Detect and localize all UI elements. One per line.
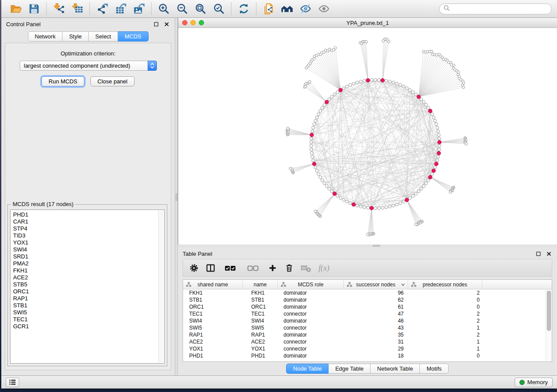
- open-session-button[interactable]: [7, 1, 25, 16]
- table-row[interactable]: RAP1RAP1dominator352: [183, 331, 552, 338]
- network-node[interactable]: [436, 54, 438, 56]
- zoom-out-button[interactable]: [173, 1, 191, 16]
- column-header-predecessor-nodes[interactable]: predecessor nodes: [408, 280, 482, 289]
- network-node-dominator[interactable]: [352, 203, 356, 206]
- network-node-dominator[interactable]: [429, 109, 432, 113]
- mcds-result-item[interactable]: STB5: [13, 281, 164, 288]
- network-node-dominator[interactable]: [325, 100, 329, 104]
- network-node[interactable]: [434, 166, 437, 169]
- network-node[interactable]: [425, 103, 428, 107]
- network-node-dominator[interactable]: [438, 141, 442, 144]
- network-node[interactable]: [374, 79, 377, 82]
- network-node[interactable]: [412, 195, 415, 198]
- mcds-result-item[interactable]: RAP1: [13, 295, 164, 302]
- network-node[interactable]: [434, 119, 437, 122]
- network-node[interactable]: [436, 159, 439, 162]
- network-graph[interactable]: [178, 28, 557, 244]
- zoom-fit-content-button[interactable]: [191, 1, 210, 16]
- network-node[interactable]: [363, 206, 366, 209]
- zoom-in-button[interactable]: [155, 1, 173, 16]
- network-node[interactable]: [405, 87, 408, 90]
- network-node[interactable]: [317, 113, 320, 116]
- network-node[interactable]: [311, 130, 314, 133]
- first-neighbors-of-selected-nodes-button[interactable]: [278, 1, 296, 16]
- table-scrollbar[interactable]: [546, 289, 552, 361]
- tab-node-table[interactable]: Node Table: [286, 364, 329, 374]
- float-table-panel-icon[interactable]: [535, 251, 542, 257]
- network-canvas[interactable]: [178, 28, 557, 244]
- network-node-dominator[interactable]: [405, 198, 409, 202]
- import-network-from-file-button[interactable]: [50, 1, 68, 16]
- network-node[interactable]: [449, 191, 452, 193]
- table-row[interactable]: YOX1YOX1connector291: [183, 345, 552, 352]
- network-node[interactable]: [399, 202, 402, 205]
- network-node[interactable]: [359, 80, 362, 83]
- network-node[interactable]: [430, 50, 433, 53]
- close-table-panel-icon[interactable]: [546, 251, 552, 257]
- memory-button[interactable]: Memory: [515, 378, 553, 387]
- network-node[interactable]: [453, 64, 455, 67]
- network-node[interactable]: [287, 127, 289, 130]
- network-node[interactable]: [438, 144, 441, 148]
- column-header-name[interactable]: name: [243, 280, 278, 289]
- network-node[interactable]: [367, 206, 370, 210]
- zoom-selected-region-button[interactable]: [210, 1, 228, 16]
- network-node[interactable]: [465, 143, 467, 145]
- table-row[interactable]: STB1STB1dominator620: [183, 296, 552, 303]
- network-node[interactable]: [314, 119, 317, 122]
- table-row[interactable]: FKH1FKH1dominator962: [183, 289, 552, 296]
- network-node[interactable]: [336, 91, 339, 94]
- network-node[interactable]: [438, 148, 441, 151]
- network-node[interactable]: [431, 113, 434, 116]
- network-node-dominator[interactable]: [381, 79, 384, 83]
- mcds-list-scrollbar[interactable]: [158, 210, 164, 363]
- network-node[interactable]: [325, 185, 329, 188]
- network-node[interactable]: [328, 98, 331, 101]
- network-node[interactable]: [408, 196, 412, 199]
- export-table-button[interactable]: [111, 1, 130, 16]
- network-node[interactable]: [370, 79, 373, 82]
- network-node[interactable]: [356, 204, 359, 207]
- network-node[interactable]: [381, 206, 384, 210]
- minimize-window-button[interactable]: [190, 20, 196, 25]
- mcds-result-item[interactable]: ACE2: [13, 274, 164, 281]
- network-node[interactable]: [363, 79, 366, 83]
- tab-select[interactable]: Select: [89, 31, 118, 41]
- network-node[interactable]: [342, 87, 345, 90]
- network-node-dominator[interactable]: [333, 192, 337, 196]
- mcds-result-item[interactable]: STP4: [13, 225, 164, 232]
- network-node[interactable]: [422, 185, 426, 188]
- network-node[interactable]: [385, 79, 388, 83]
- network-node[interactable]: [339, 196, 342, 199]
- network-node[interactable]: [359, 205, 362, 208]
- deselect-all-button[interactable]: [243, 261, 263, 275]
- network-node-dominator[interactable]: [370, 206, 374, 210]
- network-node[interactable]: [310, 141, 313, 144]
- save-session-button[interactable]: [25, 1, 43, 16]
- network-node[interactable]: [415, 192, 418, 195]
- mcds-result-item[interactable]: PMA2: [13, 260, 164, 267]
- network-node[interactable]: [412, 91, 415, 94]
- network-node[interactable]: [311, 159, 315, 162]
- network-node[interactable]: [395, 203, 398, 206]
- table-row[interactable]: ORC1ORC1dominator610: [183, 303, 552, 310]
- mcds-result-item[interactable]: FKH1: [13, 267, 164, 274]
- network-node[interactable]: [388, 80, 391, 83]
- mcds-result-item[interactable]: YOX1: [13, 239, 164, 246]
- network-node[interactable]: [431, 172, 434, 175]
- network-node-dominator[interactable]: [312, 162, 316, 166]
- import-table-from-file-button[interactable]: [68, 1, 86, 16]
- network-node[interactable]: [313, 58, 315, 60]
- task-history-button[interactable]: [6, 378, 19, 387]
- hide-selected-button[interactable]: [296, 1, 315, 16]
- network-node[interactable]: [319, 110, 322, 113]
- network-node[interactable]: [436, 126, 439, 129]
- mcds-result-item[interactable]: CAR1: [13, 218, 164, 225]
- network-node[interactable]: [317, 172, 320, 175]
- network-node-dominator[interactable]: [432, 169, 436, 173]
- tab-mcds[interactable]: MCDS: [118, 31, 148, 41]
- mcds-result-item[interactable]: SWI5: [13, 309, 164, 316]
- network-node[interactable]: [333, 93, 336, 96]
- network-node[interactable]: [310, 137, 313, 140]
- network-node[interactable]: [437, 155, 440, 158]
